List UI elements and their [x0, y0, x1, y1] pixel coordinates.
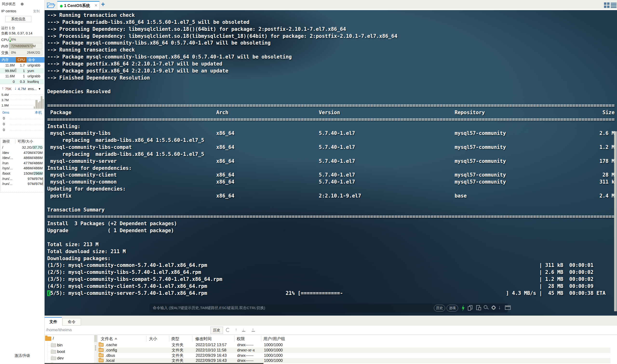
tab-status-dot — [60, 5, 63, 7]
file-table-header: 文件名大小类型修改时间权限用户/用户组 — [98, 335, 617, 342]
sidebar: 同步状态 IP centos 复制 系统信息 运行 1 分 负载 0.58, 0… — [0, 0, 45, 364]
file-row[interactable]: .config文件夹2022/10/10 11:58drwxr-xr-x1000… — [98, 348, 610, 353]
sync-status-label: 同步状态 — [2, 2, 15, 6]
cpu-bar: 6% — [9, 37, 42, 42]
download-arrow-icon[interactable]: ↓ — [498, 304, 501, 311]
ping-host[interactable]: 本机 — [35, 110, 42, 115]
system-info-button[interactable]: 系统信息 — [5, 16, 31, 22]
search-icon[interactable] — [484, 305, 489, 311]
activate-upgrade-link[interactable]: 激活/升级 — [0, 353, 45, 358]
folder-icon — [51, 357, 56, 360]
path-input[interactable]: /home/itheima — [46, 328, 72, 332]
folder-icon — [99, 343, 104, 347]
cpu-label: CPU — [1, 38, 9, 42]
folder-icon — [99, 354, 104, 357]
proc-header-cpu[interactable]: CPU — [16, 57, 26, 63]
file-row[interactable]: .cache文件夹2022/10/12 13:57drwx------1000/… — [98, 342, 610, 348]
tree-root[interactable]: / — [53, 336, 54, 341]
upload-icon[interactable]: ↑ — [252, 327, 254, 332]
mount-row[interactable]: /dev470M/470M — [1, 150, 44, 155]
open-folder-icon[interactable] — [47, 2, 56, 9]
col-header[interactable]: 权限 — [237, 336, 245, 342]
terminal[interactable]: --> Running transaction check ---> Packa… — [45, 10, 617, 316]
col-header[interactable]: 文件名 — [101, 336, 113, 342]
folder-icon — [99, 348, 104, 352]
paste-icon[interactable] — [476, 305, 482, 311]
tab-close-icon[interactable]: × — [94, 3, 97, 8]
history-button[interactable]: 历史 — [434, 305, 445, 312]
copy-ip-button[interactable]: 复制 — [33, 9, 40, 13]
path-row: /home/itheima 历史 ↑ ↓ ↑ — [45, 326, 617, 335]
file-table: 文件名大小类型修改时间权限用户/用户组 .cache文件夹2022/10/12 … — [98, 335, 617, 364]
net-down-value: 4.7M — [18, 87, 26, 91]
lightning-icon[interactable] — [461, 305, 465, 311]
net-iface-dropdown-icon[interactable]: ▼ — [38, 87, 41, 91]
mount-row[interactable]: /32.2G/37.7G — [1, 145, 44, 150]
tab-bar: 1 CentOS系统 × + — [45, 0, 617, 10]
process-row[interactable]: 11.8M1.7urlgrabb — [0, 63, 45, 68]
tree-item[interactable]: dev — [57, 356, 64, 361]
process-row[interactable]: 11.6M1urlgrabb — [0, 74, 45, 79]
uptime-label: 运行 1 分 — [1, 26, 15, 30]
options-button[interactable]: 选项 — [446, 305, 458, 312]
tree-item[interactable]: boot — [57, 349, 65, 354]
mounts-scrollbar[interactable] — [42, 177, 43, 185]
col-header[interactable]: 类型 — [171, 336, 179, 342]
tab-title: 1 CentOS系统 — [64, 3, 90, 8]
app: 同步状态 IP centos 复制 系统信息 运行 1 分 负载 0.58, 0… — [0, 0, 617, 364]
file-row[interactable]: .dbus文件夹2022/09/29 16:43drwx------1000/1… — [98, 353, 610, 358]
file-row[interactable]: .local文件夹2022/09/29 16:43drwx------1000/… — [98, 358, 610, 363]
folder-icon — [51, 344, 56, 347]
mount-row[interactable]: /run/...97M/97M — [1, 176, 44, 182]
download-icon[interactable]: ↓ — [242, 327, 245, 332]
net-up-icon: ↑ — [2, 86, 4, 91]
command-input-hint[interactable]: 命令输入 (按ALT键提示历史,TAB键路径,ESC键返回,双击CTRL切换) — [153, 305, 265, 311]
bottom-scroll-line — [45, 363, 263, 364]
process-row[interactable]: 99.8M1yum — [0, 68, 45, 74]
mount-row[interactable]: /run/...97M/97M — [1, 181, 44, 186]
col-header[interactable]: 修改时间 — [195, 336, 212, 342]
copy-icon[interactable] — [468, 305, 473, 311]
net-down-icon: ↓ — [14, 86, 16, 91]
command-tab[interactable]: 命令 — [62, 318, 81, 326]
swap-label: 交换 — [1, 51, 8, 55]
proc-scrollbar[interactable] — [15, 68, 16, 72]
monitor-icon[interactable] — [505, 305, 511, 311]
list-view-icon[interactable] — [611, 3, 617, 8]
up-arrow-icon[interactable]: ↑ — [235, 327, 237, 332]
proc-header-mem[interactable]: 内存 — [0, 57, 16, 63]
proc-header-cmd[interactable]: 命令 — [26, 57, 45, 63]
sync-status-dot — [21, 3, 24, 6]
col-header[interactable]: 大小 — [149, 336, 157, 342]
mount-row[interactable]: /sys/...486M/486M — [1, 166, 44, 171]
ip-label: IP centos — [1, 9, 16, 13]
grid-view-icon[interactable] — [604, 2, 610, 8]
terminal-scrollbar[interactable] — [614, 131, 617, 311]
ping-latency: 0ms — [2, 110, 9, 115]
mounts-table: 路径 可用/大小 /32.2G/37.7G/dev470M/470M/dev/.… — [0, 138, 44, 193]
sort-asc-icon — [115, 338, 117, 339]
file-history-button[interactable]: 历史 — [210, 327, 223, 334]
mount-row[interactable]: /run477M/486M — [1, 160, 44, 166]
load-label: 负载 0.58, 0.37, 0.14 — [1, 31, 32, 36]
swap-bar: 0% 264K/2G — [9, 50, 42, 55]
tab-centos[interactable]: 1 CentOS系统 × — [57, 1, 100, 10]
mounts-header-size[interactable]: 可用/大小 — [18, 139, 33, 144]
settings-gear-icon[interactable] — [491, 305, 497, 311]
net-iface[interactable]: ens... — [28, 87, 37, 91]
process-row[interactable]: 00.3ksoftirq — [0, 79, 45, 85]
tree-scrollbar[interactable] — [94, 335, 97, 364]
mount-row[interactable]: /dev/...486M/486M — [1, 155, 44, 160]
col-header[interactable]: 用户/用户组 — [263, 336, 285, 342]
folder-icon — [99, 359, 104, 362]
refresh-icon[interactable] — [226, 328, 231, 333]
mount-row[interactable]: /boot150M/296M — [1, 171, 44, 176]
new-tab-button[interactable]: + — [101, 0, 105, 8]
tree-item[interactable]: bin — [57, 343, 63, 348]
file-tree: /binbootdevetc — [45, 335, 94, 364]
mem-bar: 72%699M/972M — [9, 43, 42, 49]
mounts-header-path[interactable]: 路径 — [3, 139, 10, 144]
folder-icon — [51, 350, 56, 354]
command-bar: 命令输入 (按ALT键提示历史,TAB键路径,ESC键返回,双击CTRL切换) … — [149, 303, 508, 313]
file-panel: 文件 命令 /home/itheima 历史 ↑ ↓ ↑ /binbootdev… — [45, 316, 617, 364]
